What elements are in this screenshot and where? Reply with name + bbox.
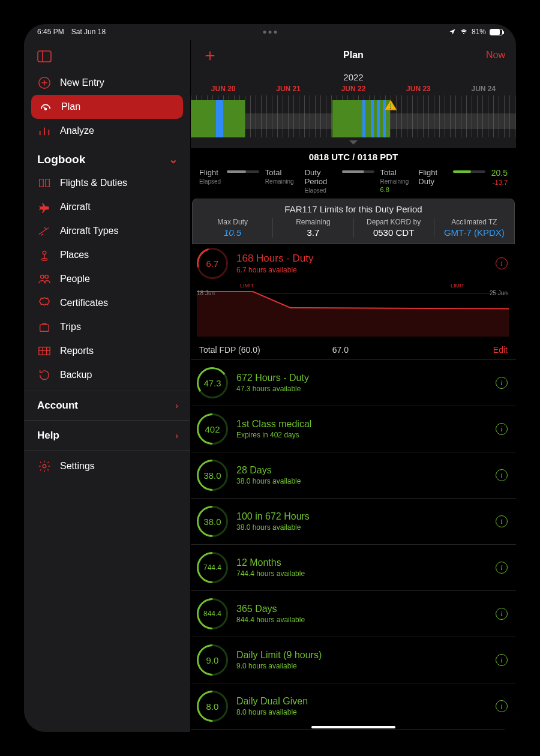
- sidebar-item-aircraft-types[interactable]: Aircraft Types: [24, 219, 190, 243]
- svg-point-10: [43, 251, 46, 255]
- limit-row[interactable]: 9.0Daily Limit (9 hours)9.0 hours availa…: [191, 637, 516, 683]
- timeline-day: JUN 24: [451, 82, 516, 93]
- timeline[interactable]: JUN 20JUN 21JUN 22JUN 23JUN 24: [191, 82, 516, 148]
- limit-sub: 9.0 hours available: [236, 662, 322, 670]
- sidebar-label: Flights & Duties: [60, 178, 127, 188]
- svg-point-14: [45, 275, 49, 279]
- limit-title: 1st Class medical: [236, 419, 311, 430]
- limit-title: 365 Days: [236, 604, 305, 614]
- info-icon[interactable]: i: [496, 608, 508, 620]
- now-button[interactable]: Now: [486, 50, 505, 61]
- sidebar-item-aircraft[interactable]: Aircraft: [24, 195, 190, 219]
- limit-row[interactable]: 844.4365 Days844.4 hours availablei: [191, 591, 516, 637]
- section-title: Logbook: [37, 153, 85, 166]
- warning-icon: [384, 99, 397, 111]
- limit-sub: 744.4 hours available: [236, 569, 305, 578]
- sidebar-toggle[interactable]: [24, 44, 190, 71]
- sidebar-new-entry[interactable]: New Entry: [24, 71, 190, 95]
- sidebar-account[interactable]: Account ›: [24, 391, 190, 421]
- sidebar-label: Aircraft: [60, 202, 91, 212]
- sidebar-plan[interactable]: Plan: [31, 95, 183, 119]
- chevron-right-icon: ›: [175, 431, 178, 440]
- limit-row[interactable]: 38.028 Days38.0 hours availablei: [191, 452, 516, 499]
- sidebar-item-backup[interactable]: Backup: [24, 363, 190, 387]
- svg-point-20: [43, 464, 46, 468]
- sidebar: New Entry Plan Analyze Logbook ⌄ Flights…: [24, 40, 191, 732]
- limit-sub: 38.0 hours available: [236, 477, 301, 485]
- sidebar-item-trips[interactable]: Trips: [24, 315, 190, 339]
- multitask-dots[interactable]: [263, 31, 277, 34]
- sidebar-label: Reports: [60, 346, 94, 356]
- sidebar-item-people[interactable]: People: [24, 267, 190, 291]
- limit-sub: Expires in 402 days: [236, 431, 311, 439]
- sidebar-item-certificates[interactable]: Certificates: [24, 291, 190, 315]
- duty-168-chart: [197, 283, 509, 337]
- duty-168-sub: 6.7 hours available: [236, 266, 314, 274]
- svg-rect-0: [38, 51, 51, 62]
- timeline-day: JUN 21: [256, 82, 320, 93]
- menu-icon: [37, 224, 52, 238]
- limit-row[interactable]: 47.3672 Hours - Duty47.3 hours available…: [191, 360, 516, 406]
- limit-ring: 844.4: [197, 598, 228, 629]
- edit-button[interactable]: Edit: [493, 345, 508, 355]
- status-date: Sat Jun 18: [71, 28, 106, 36]
- limit-ring: 38.0: [197, 506, 228, 537]
- info-icon[interactable]: i: [496, 515, 508, 527]
- svg-point-22: [390, 107, 391, 109]
- sidebar-label: Certificates: [60, 298, 108, 308]
- elapsed-bar: FlightElapsed TotalRemaining Duty Period…: [191, 166, 516, 199]
- info-icon[interactable]: i: [496, 257, 508, 269]
- plus-circle-icon: [37, 76, 52, 89]
- info-icon[interactable]: i: [496, 654, 508, 666]
- main-pane: ＋ Plan Now 2022 JUN 20JUN 21JUN 22JUN 23…: [191, 40, 516, 732]
- limit-ring: 744.4: [197, 552, 228, 583]
- bars-icon: [37, 124, 52, 137]
- sidebar-item-flights-duties[interactable]: Flights & Duties: [24, 171, 190, 195]
- link-label: Account: [37, 400, 78, 412]
- timeline-day: JUN 23: [386, 82, 451, 93]
- limit-row[interactable]: 8.0Daily Dual Given8.0 hours availablei: [191, 683, 516, 730]
- limit-title: 28 Days: [236, 465, 301, 476]
- info-icon[interactable]: i: [496, 469, 508, 481]
- menu-icon: [37, 272, 52, 286]
- far117-title: FAR117 Limits for this Duty Period: [193, 204, 514, 214]
- sidebar-label: Plan: [61, 101, 80, 112]
- status-bar: 6:45 PM Sat Jun 18 81%: [24, 24, 516, 40]
- limit-row[interactable]: 38.0100 in 672 Hours38.0 hours available…: [191, 499, 516, 545]
- duty-168-card[interactable]: 6.7 168 Hours - Duty 6.7 hours available…: [191, 244, 516, 340]
- limit-title: Daily Dual Given: [236, 696, 308, 707]
- timeline-cursor: [349, 140, 358, 148]
- info-icon[interactable]: i: [496, 562, 508, 574]
- sidebar-label: New Entry: [60, 77, 104, 88]
- sidebar-item-places[interactable]: Places: [24, 243, 190, 267]
- info-icon[interactable]: i: [496, 377, 508, 389]
- fdp-row: Total FDP (60.0) 67.0 Edit: [191, 340, 516, 360]
- limit-sub: 47.3 hours available: [236, 385, 309, 393]
- add-button[interactable]: ＋: [202, 44, 218, 67]
- chevron-right-icon: ›: [175, 401, 178, 410]
- svg-rect-15: [40, 325, 49, 331]
- sidebar-settings[interactable]: Settings: [24, 454, 190, 478]
- info-icon[interactable]: i: [496, 423, 508, 435]
- menu-icon: [37, 320, 52, 334]
- status-time: 6:45 PM: [37, 28, 64, 36]
- sidebar-help[interactable]: Help ›: [24, 421, 190, 451]
- limit-ring: 9.0: [197, 644, 228, 676]
- limit-title: 100 in 672 Hours: [236, 511, 310, 522]
- menu-icon: [37, 176, 52, 190]
- menu-icon: [37, 368, 52, 382]
- limit-row[interactable]: 744.412 Months744.4 hours availablei: [191, 545, 516, 591]
- location-icon: [449, 28, 456, 35]
- sidebar-section-logbook[interactable]: Logbook ⌄: [24, 143, 190, 171]
- sidebar-item-reports[interactable]: Reports: [24, 339, 190, 363]
- menu-icon: [37, 248, 52, 262]
- battery-pct: 81%: [472, 28, 486, 36]
- sidebar-analyze[interactable]: Analyze: [24, 119, 190, 143]
- info-icon[interactable]: i: [496, 700, 508, 712]
- limit-row[interactable]: 4021st Class medicalExpires in 402 daysi: [191, 406, 516, 452]
- sidebar-label: Analyze: [60, 125, 94, 136]
- home-indicator[interactable]: [311, 726, 395, 728]
- sidebar-label: Settings: [60, 461, 95, 472]
- gauge-icon: [38, 100, 53, 113]
- limit-sub: 8.0 hours available: [236, 708, 308, 716]
